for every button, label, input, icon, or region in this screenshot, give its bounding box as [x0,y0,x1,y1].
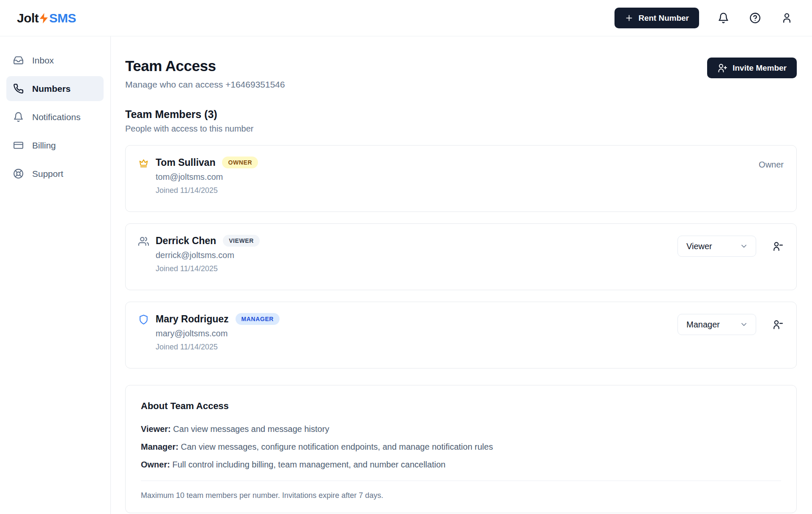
logo-text-sms: SMS [49,11,76,25]
member-joined-date: Joined 11/14/2025 [156,343,280,352]
member-email: mary@joltsms.com [156,329,280,338]
viewer-role-description: Viewer: Can view messages and message hi… [141,424,781,434]
manager-badge: MANAGER [236,313,280,325]
user-minus-icon [772,241,783,252]
app-logo: Jolt SMS [17,11,76,26]
owner-badge: OWNER [222,157,258,168]
owner-role-description: Owner: Full control including billing, t… [141,460,781,470]
member-name: Tom Sullivan [156,157,215,168]
role-term: Manager: [141,442,178,451]
rent-number-label: Rent Number [639,14,689,23]
logo-text-jolt: Jolt [17,11,38,25]
viewer-badge: VIEWER [223,235,260,247]
lightning-bolt-icon [38,11,49,26]
phone-icon [13,83,24,94]
sidebar-item-support[interactable]: Support [6,161,104,186]
shield-icon [138,314,149,325]
sidebar-item-label: Inbox [32,55,54,66]
sidebar-item-label: Billing [32,140,56,151]
remove-member-button[interactable] [771,240,784,253]
member-info: Tom Sullivan OWNER tom@joltsms.com Joine… [138,157,258,195]
team-members-heading: Team Members (3) [125,108,797,121]
role-select-dropdown[interactable]: Manager [678,314,756,335]
member-joined-date: Joined 11/14/2025 [156,264,260,273]
plus-icon [625,14,634,22]
rent-number-button[interactable]: Rent Number [614,8,699,28]
member-card-mary-rodriguez: Mary Rodriguez MANAGER mary@joltsms.com … [125,302,797,368]
role-term: Owner: [141,460,170,469]
chevron-down-icon [740,242,748,250]
sidebar-item-notifications[interactable]: Notifications [6,104,104,129]
about-title: About Team Access [141,401,781,412]
top-navigation: Jolt SMS Rent Number [0,0,812,36]
help-icon[interactable] [748,11,763,25]
notifications-bell-icon[interactable] [716,11,731,25]
sidebar-item-billing[interactable]: Billing [6,133,104,158]
member-actions: Owner [759,157,784,170]
page-subtitle: Manage who can access +16469351546 [125,80,285,90]
member-info: Derrick Chen VIEWER derrick@joltsms.com … [138,235,260,273]
bell-icon [13,112,24,122]
sidebar-item-label: Numbers [32,84,71,94]
sidebar: Inbox Numbers Notifications Billing Supp… [0,36,111,514]
role-select-dropdown[interactable]: Viewer [678,236,756,257]
sidebar-item-label: Support [32,169,63,179]
member-actions: Manager [678,314,784,335]
role-descriptions: Viewer: Can view messages and message hi… [141,424,781,470]
divider [141,481,781,481]
page-title: Team Access [125,58,285,74]
role-desc: Full control including billing, team man… [170,460,445,469]
credit-card-icon [13,140,24,151]
role-select-value: Viewer [686,242,712,251]
owner-role-text: Owner [759,160,784,170]
team-members-subtitle: People with access to this number [125,124,797,134]
life-buoy-icon [13,168,24,179]
member-name: Derrick Chen [156,235,216,247]
manager-role-description: Manager: Can view messages, configure no… [141,442,781,452]
invite-member-button[interactable]: Invite Member [707,58,797,78]
member-email: derrick@joltsms.com [156,250,260,260]
member-email: tom@joltsms.com [156,172,258,182]
users-icon [138,236,149,247]
sidebar-item-inbox[interactable]: Inbox [6,48,104,73]
user-plus-icon [717,63,727,73]
chevron-down-icon [740,320,748,329]
invite-member-label: Invite Member [732,63,787,73]
member-info: Mary Rodriguez MANAGER mary@joltsms.com … [138,313,280,352]
remove-member-button[interactable] [771,319,784,331]
topnav-actions: Rent Number [614,8,794,28]
about-footnote: Maximum 10 team members per number. Invi… [141,491,781,500]
main-content: Team Access Manage who can access +16469… [111,36,812,514]
role-desc: Can view messages, configure notificatio… [178,442,493,451]
about-team-access-card: About Team Access Viewer: Can view messa… [125,385,797,513]
role-desc: Can view messages and message history [171,424,329,434]
inbox-icon [13,55,24,66]
role-term: Viewer: [141,424,171,434]
sidebar-item-label: Notifications [32,112,80,122]
member-name: Mary Rodriguez [156,313,229,325]
member-card-tom-sullivan: Tom Sullivan OWNER tom@joltsms.com Joine… [125,145,797,212]
page-header: Team Access Manage who can access +16469… [125,58,797,90]
sidebar-item-numbers[interactable]: Numbers [6,76,104,101]
member-card-derrick-chen: Derrick Chen VIEWER derrick@joltsms.com … [125,223,797,290]
user-minus-icon [772,319,783,330]
member-joined-date: Joined 11/14/2025 [156,186,258,195]
member-actions: Viewer [678,236,784,257]
user-account-icon[interactable] [779,11,794,25]
crown-icon [138,158,149,168]
role-select-value: Manager [686,320,720,330]
